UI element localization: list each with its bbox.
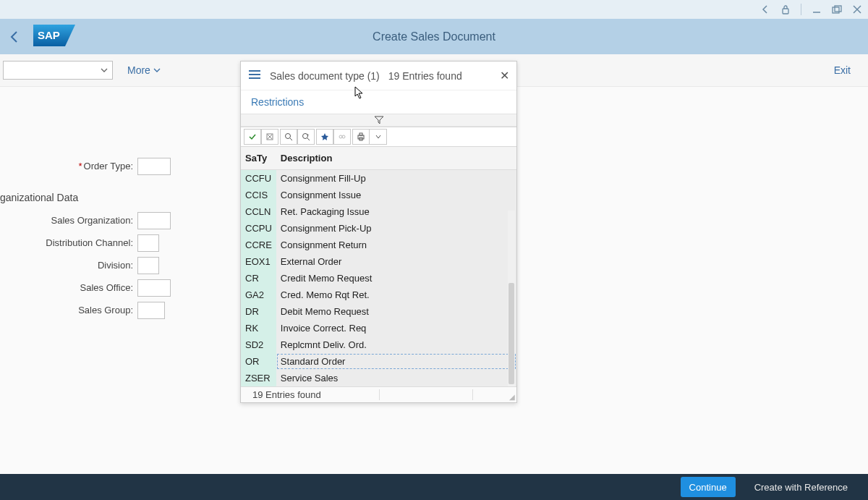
sales-group-input[interactable] xyxy=(137,302,165,319)
division-label: Division: xyxy=(0,260,137,271)
restore-icon[interactable] xyxy=(832,4,842,14)
cell-saty: CCRE xyxy=(241,237,276,253)
table-row[interactable]: CCFUConsignment Fill-Up xyxy=(241,170,516,187)
popup-scrollbar[interactable] xyxy=(508,211,515,386)
svg-rect-0 xyxy=(783,9,788,14)
close-icon[interactable] xyxy=(852,4,862,14)
cell-desc: Cred. Memo Rqt Ret. xyxy=(276,287,516,303)
svg-text:+: + xyxy=(307,132,310,137)
table-row[interactable]: DRDebit Memo Request xyxy=(241,303,516,320)
table-row[interactable]: RKInvoice Correct. Req xyxy=(241,320,516,336)
popup-menu-button[interactable] xyxy=(248,69,261,82)
cell-desc: Invoice Correct. Req xyxy=(276,320,516,336)
tab-restrictions[interactable]: Restrictions xyxy=(251,96,304,108)
cell-saty: SD2 xyxy=(241,336,276,353)
svg-rect-21 xyxy=(359,133,362,135)
cell-saty: GA2 xyxy=(241,287,276,303)
popup-title: Sales document type (1) xyxy=(270,70,380,82)
cell-saty: CCLN xyxy=(241,203,276,220)
cell-saty: OR xyxy=(241,353,276,370)
sales-org-input[interactable] xyxy=(137,212,171,229)
order-type-input[interactable] xyxy=(137,158,171,175)
cell-desc: Consignment Fill-Up xyxy=(276,170,516,187)
cell-desc: Credit Memo Request xyxy=(276,270,516,287)
svg-line-14 xyxy=(290,138,292,140)
cell-saty: CCPU xyxy=(241,220,276,237)
accept-button[interactable] xyxy=(244,129,261,145)
popup-toolbar: + xyxy=(241,127,516,147)
svg-point-13 xyxy=(286,134,291,139)
favorite-button[interactable] xyxy=(316,129,333,145)
table-row[interactable]: GA2Cred. Memo Rqt Ret. xyxy=(241,287,516,303)
svg-rect-3 xyxy=(835,6,841,12)
resize-grip[interactable]: ◢ xyxy=(509,393,515,401)
cell-desc: Ret. Packaging Issue xyxy=(276,203,516,220)
page-title: Create Sales Document xyxy=(373,30,495,43)
cell-saty: RK xyxy=(241,320,276,336)
cell-saty: CCFU xyxy=(241,170,276,187)
cell-desc: Consignment Pick-Up xyxy=(276,220,516,237)
continue-button[interactable]: Continue xyxy=(681,477,736,497)
sales-org-label: Sales Organization: xyxy=(0,215,137,226)
table-row[interactable]: CCLNRet. Packaging Issue xyxy=(241,203,516,220)
cell-saty: CCIS xyxy=(241,187,276,203)
table-row[interactable]: SD2Replcmnt Deliv. Ord. xyxy=(241,336,516,353)
sales-office-input[interactable] xyxy=(137,279,171,297)
table-row[interactable]: ORStandard Order xyxy=(241,353,516,370)
sap-logo: SAP xyxy=(33,25,75,49)
value-help-popup: Sales document type (1) 19 Entries found… xyxy=(240,61,517,403)
divider xyxy=(801,4,801,15)
svg-point-19 xyxy=(342,135,345,138)
back-button[interactable] xyxy=(0,30,29,43)
personal-list-button[interactable] xyxy=(333,129,351,145)
col-desc[interactable]: Description xyxy=(276,147,516,170)
cell-desc: Consignment Return xyxy=(276,237,516,253)
cell-desc: Consignment Issue xyxy=(276,187,516,203)
popup-status-bar: 19 Entries found ◢ xyxy=(241,386,516,402)
results-table: SaTy Description CCFUConsignment Fill-Up… xyxy=(241,147,516,386)
toolbar-combo[interactable] xyxy=(3,61,113,80)
minimize-icon[interactable] xyxy=(812,4,822,14)
cell-saty: CR xyxy=(241,270,276,287)
footer-bar: Continue Create with Reference xyxy=(0,474,868,500)
system-bar xyxy=(0,0,868,19)
create-with-reference-button[interactable]: Create with Reference xyxy=(746,477,856,497)
cell-saty: ZSER xyxy=(241,370,276,386)
table-row[interactable]: CCISConsignment Issue xyxy=(241,187,516,203)
table-row[interactable]: CRCredit Memo Request xyxy=(241,270,516,287)
table-row[interactable]: ZSERService Sales xyxy=(241,370,516,386)
cell-desc: Debit Memo Request xyxy=(276,303,516,320)
print-button[interactable] xyxy=(352,129,370,145)
popup-close-button[interactable]: ✕ xyxy=(500,69,509,82)
table-row[interactable]: CCPUConsignment Pick-Up xyxy=(241,220,516,237)
table-row[interactable]: CCREConsignment Return xyxy=(241,237,516,253)
exit-link[interactable]: Exit xyxy=(834,64,851,76)
find-next-button[interactable]: + xyxy=(297,129,315,145)
col-saty[interactable]: SaTy xyxy=(241,147,276,170)
cell-desc: External Order xyxy=(276,253,516,270)
table-row[interactable]: EOX1External Order xyxy=(241,253,516,270)
dist-channel-label: Distribution Channel: xyxy=(0,237,137,248)
cell-saty: DR xyxy=(241,303,276,320)
svg-line-16 xyxy=(307,138,310,140)
cell-desc: Standard Order xyxy=(276,353,516,370)
sales-group-label: Sales Group: xyxy=(0,305,137,315)
header-bar: SAP Create Sales Document xyxy=(0,19,868,54)
cell-desc: Service Sales xyxy=(276,370,516,386)
division-input[interactable] xyxy=(137,257,159,274)
lock-icon[interactable] xyxy=(780,4,791,14)
more-label: More xyxy=(127,64,150,76)
order-type-label: *Order Type: xyxy=(0,161,137,171)
find-button[interactable] xyxy=(280,129,297,145)
cell-desc: Replcmnt Deliv. Ord. xyxy=(276,336,516,353)
filter-icon[interactable] xyxy=(374,116,384,124)
more-menu[interactable]: More xyxy=(127,64,161,76)
dist-channel-input[interactable] xyxy=(137,234,159,252)
sales-office-label: Sales Office: xyxy=(0,282,137,293)
prev-icon[interactable] xyxy=(760,4,770,14)
print-dropdown[interactable] xyxy=(370,129,387,145)
svg-text:SAP: SAP xyxy=(38,29,60,41)
popup-count: 19 Entries found xyxy=(388,70,462,82)
svg-point-18 xyxy=(339,135,342,138)
cancel-button[interactable] xyxy=(261,129,278,145)
